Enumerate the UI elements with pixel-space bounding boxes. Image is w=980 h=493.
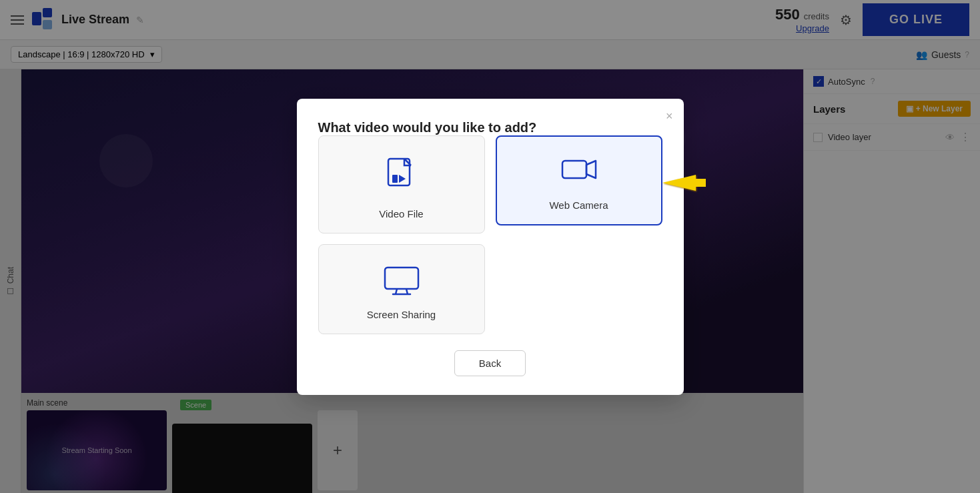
modal: What video would you like to add? × Vide…: [297, 99, 684, 395]
modal-bottom: Back: [318, 350, 662, 376]
video-file-label: Video File: [379, 208, 423, 219]
svg-rect-4: [392, 175, 398, 183]
svg-rect-10: [385, 268, 418, 289]
svg-rect-9: [692, 179, 706, 187]
svg-marker-5: [399, 175, 406, 183]
back-button[interactable]: Back: [454, 350, 526, 376]
empty-slot: [496, 244, 662, 334]
modal-close-button[interactable]: ×: [666, 109, 673, 123]
web-camera-wrapper: Web Camera: [496, 135, 662, 233]
video-file-icon: [386, 157, 418, 197]
screen-sharing-icon: [384, 266, 420, 298]
svg-rect-6: [562, 161, 586, 178]
web-camera-label: Web Camera: [549, 199, 608, 211]
screen-sharing-label: Screen Sharing: [367, 309, 436, 320]
svg-marker-8: [662, 175, 696, 191]
screen-sharing-option[interactable]: Screen Sharing: [318, 244, 485, 334]
svg-marker-7: [586, 161, 596, 178]
modal-overlay: What video would you like to add? × Vide…: [0, 0, 980, 493]
modal-title: What video would you like to add?: [318, 120, 537, 135]
web-camera-icon: [561, 158, 597, 189]
modal-options: Video File Web Camera: [318, 135, 662, 233]
video-file-option[interactable]: Video File: [318, 135, 485, 233]
web-camera-option[interactable]: Web Camera: [496, 135, 662, 225]
